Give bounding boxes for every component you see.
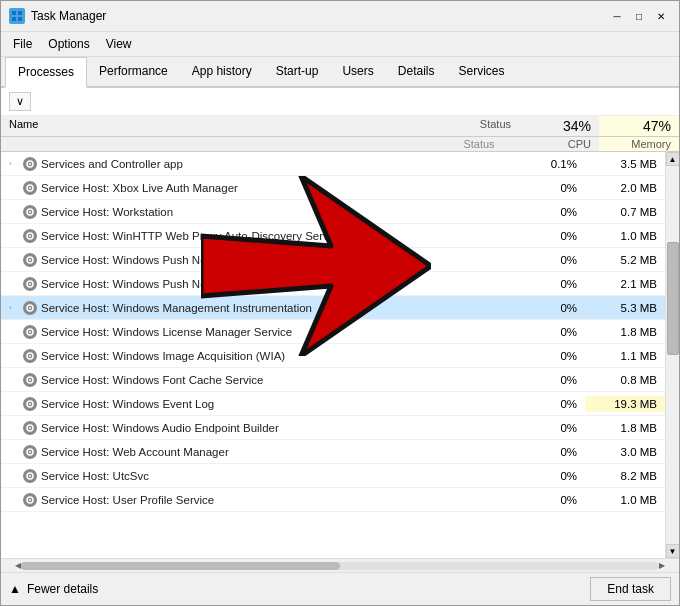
table-row[interactable]: Service Host: Windows License Manager Se… [1,320,665,344]
table-row[interactable]: Service Host: Windows Font Cache Service… [1,368,665,392]
row-name-cell: Service Host: Windows Event Log [1,395,425,413]
expand-arrow-icon[interactable]: › [9,303,19,312]
menu-view[interactable]: View [98,34,140,54]
table-row[interactable]: Service Host: Xbox Live Auth Manager0%2.… [1,176,665,200]
horizontal-scrollbar[interactable]: ◀ ▶ [1,558,679,572]
horizontal-scroll-track[interactable] [21,562,659,570]
end-task-button[interactable]: End task [590,577,671,601]
svg-rect-2 [12,17,16,21]
table-row[interactable]: Service Host: User Profile Service0%1.0 … [1,488,665,512]
svg-point-26 [29,403,31,405]
row-status-cell [425,186,505,190]
table-row[interactable]: Service Host: WinHTTP Web Proxy Auto-Dis… [1,224,665,248]
row-memory-cell: 8.2 MB [585,468,665,484]
app-icon [9,8,25,24]
tab-users[interactable]: Users [330,57,385,88]
row-status-cell [425,498,505,502]
scroll-down-button[interactable]: ▼ [666,544,680,558]
subheader-memory[interactable]: Memory [599,137,679,151]
table-row[interactable]: Service Host: UtcSvc0%8.2 MB [1,464,665,488]
group-by-dropdown[interactable]: ∨ [9,92,31,111]
svg-point-10 [29,211,31,213]
row-name-cell: Service Host: Windows Font Cache Service [1,371,425,389]
close-button[interactable]: ✕ [651,7,671,25]
col-header-status[interactable]: Status [439,116,519,136]
row-status-cell [425,426,505,430]
process-name: Service Host: UtcSvc [41,470,149,482]
expand-arrow-icon[interactable]: › [9,159,19,168]
row-name-cell: Service Host: Windows Audio Endpoint Bui… [1,419,425,437]
row-status-cell [425,402,505,406]
svg-point-14 [29,259,31,261]
subheader-cpu[interactable]: CPU [519,137,599,151]
row-name-cell: Service Host: Windows Push Notifications… [1,275,425,293]
window-title: Task Manager [31,9,106,23]
row-status-cell [425,306,505,310]
svg-point-8 [29,187,31,189]
table-row[interactable]: Service Host: Windows Image Acquisition … [1,344,665,368]
table-row[interactable]: ›Service Host: Windows Management Instru… [1,296,665,320]
task-manager-window: Task Manager ─ □ ✕ File Options View Pro… [0,0,680,606]
fewer-details-button[interactable]: ▲ Fewer details [9,582,98,596]
scroll-thumb[interactable] [667,242,679,355]
svg-point-30 [29,451,31,453]
row-cpu-cell: 0% [505,444,585,460]
tab-details[interactable]: Details [386,57,447,88]
table-row[interactable]: Service Host: Workstation0%0.7 MB [1,200,665,224]
table-row[interactable]: Service Host: Windows Push Notifications… [1,272,665,296]
tab-startup[interactable]: Start-up [264,57,331,88]
chevron-down-icon: ∨ [16,95,24,108]
row-memory-cell: 1.0 MB [585,228,665,244]
row-status-cell [425,162,505,166]
row-memory-cell: 1.0 MB [585,492,665,508]
horizontal-scroll-thumb[interactable] [21,562,340,570]
title-bar-left: Task Manager [9,8,106,24]
row-status-cell [425,282,505,286]
row-status-cell [425,258,505,262]
row-name-cell: Service Host: UtcSvc [1,467,425,485]
subheader-status[interactable]: Status [439,137,519,151]
svg-rect-1 [18,11,22,15]
table-row[interactable]: Service Host: Windows Audio Endpoint Bui… [1,416,665,440]
process-icon [23,445,37,459]
rows-container[interactable]: ›Services and Controller app0.1%3.5 MBSe… [1,152,665,558]
table-row[interactable]: ›Services and Controller app0.1%3.5 MB [1,152,665,176]
scroll-right-button[interactable]: ▶ [659,561,665,570]
minimize-button[interactable]: ─ [607,7,627,25]
scroll-up-button[interactable]: ▲ [666,152,680,166]
row-memory-cell: 1.8 MB [585,420,665,436]
tab-app-history[interactable]: App history [180,57,264,88]
row-status-cell [425,474,505,478]
footer: ▲ Fewer details End task [1,572,679,605]
row-name-cell: Service Host: Windows Image Acquisition … [1,347,425,365]
row-memory-cell: 2.1 MB [585,276,665,292]
menu-options[interactable]: Options [40,34,97,54]
rows-and-scrollbar: ›Services and Controller app0.1%3.5 MBSe… [1,152,679,558]
tab-services[interactable]: Services [446,57,516,88]
process-name: Service Host: Windows Event Log [41,398,214,410]
row-name-cell: Service Host: Windows Push Notifications… [1,251,425,269]
table-row[interactable]: Service Host: Web Account Manager0%3.0 M… [1,440,665,464]
row-cpu-cell: 0% [505,396,585,412]
scroll-thumb-area[interactable] [666,166,680,544]
process-name: Service Host: Windows Audio Endpoint Bui… [41,422,279,434]
tab-processes[interactable]: Processes [5,57,87,88]
process-icon [23,205,37,219]
tab-performance[interactable]: Performance [87,57,180,88]
row-memory-cell: 3.0 MB [585,444,665,460]
menu-bar: File Options View [1,32,679,57]
row-status-cell [425,450,505,454]
row-status-cell [425,234,505,238]
table-row[interactable]: Service Host: Windows Push Notifications… [1,248,665,272]
menu-file[interactable]: File [5,34,40,54]
process-name: Service Host: Windows Push Notifications… [41,254,333,266]
row-memory-cell: 0.8 MB [585,372,665,388]
row-cpu-cell: 0% [505,348,585,364]
process-name: Service Host: Workstation [41,206,173,218]
process-icon [23,469,37,483]
vertical-scrollbar[interactable]: ▲ ▼ [665,152,679,558]
maximize-button[interactable]: □ [629,7,649,25]
table-row[interactable]: Service Host: Windows Event Log0%19.3 MB [1,392,665,416]
process-icon [23,181,37,195]
col-header-name[interactable]: Name [1,116,439,136]
